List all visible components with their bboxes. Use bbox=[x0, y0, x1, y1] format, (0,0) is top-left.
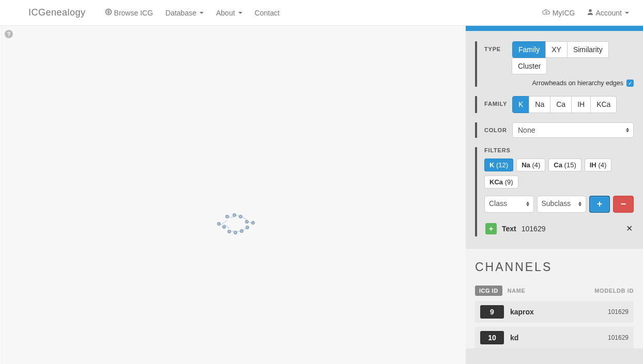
updown-caret-icon bbox=[578, 202, 581, 207]
channel-modeldb-id: 101629 bbox=[608, 308, 629, 315]
graph-canvas[interactable]: ? bbox=[2, 26, 466, 364]
type-label: TYPE bbox=[484, 41, 512, 52]
filter-chip-na[interactable]: Na (4) bbox=[516, 159, 545, 171]
family-control: FAMILY K Na Ca IH KCa bbox=[475, 96, 634, 113]
plus-icon: + bbox=[597, 199, 603, 210]
name-header: NAME bbox=[508, 288, 526, 294]
color-select[interactable]: None bbox=[512, 122, 634, 138]
filter-chip-k[interactable]: K (12) bbox=[484, 159, 513, 171]
svg-point-1 bbox=[589, 9, 592, 12]
accent-bar bbox=[475, 122, 477, 138]
nav-database-label: Database bbox=[165, 9, 196, 17]
channels-title: CHANNELS bbox=[475, 260, 634, 274]
modeldb-header: MODELDB ID bbox=[594, 288, 634, 294]
channel-name: kaprox bbox=[510, 308, 534, 316]
user-icon bbox=[587, 8, 593, 17]
family-option-kca[interactable]: KCa bbox=[590, 96, 617, 113]
nav-account[interactable]: Account bbox=[581, 0, 635, 26]
type-option-xy[interactable]: XY bbox=[545, 41, 568, 58]
channels-section: CHANNELS ICG ID NAME MODELDB ID 9 kaprox… bbox=[466, 249, 643, 349]
arrowheads-row: Arrowheads on hierarchy edges ✓ bbox=[512, 80, 634, 87]
class-select-value: Class bbox=[489, 199, 507, 208]
nav-contact-label: Contact bbox=[255, 9, 280, 17]
channel-row[interactable]: 10 kd 101629 bbox=[475, 327, 634, 349]
channels-header: ICG ID NAME MODELDB ID bbox=[475, 286, 634, 296]
remove-filter-button[interactable]: − bbox=[613, 196, 634, 213]
family-option-na[interactable]: Na bbox=[529, 96, 550, 113]
color-label: COLOR bbox=[484, 122, 512, 133]
nav-contact[interactable]: Contact bbox=[249, 0, 286, 26]
filter-chip-kca[interactable]: KCa (9) bbox=[484, 176, 518, 188]
type-control: TYPE Family XY Similarity Cluster Arrowh… bbox=[475, 41, 634, 87]
family-option-ca[interactable]: Ca bbox=[550, 96, 572, 113]
color-select-value: None bbox=[518, 126, 535, 134]
type-option-cluster[interactable]: Cluster bbox=[512, 58, 547, 74]
sidebar: TYPE Family XY Similarity Cluster Arrowh… bbox=[466, 26, 643, 364]
family-option-k[interactable]: K bbox=[512, 96, 529, 113]
nav-myicg-label: MyICG bbox=[553, 9, 575, 17]
brand[interactable]: ICGenealogy bbox=[28, 7, 86, 18]
arrowheads-label: Arrowheads on hierarchy edges bbox=[532, 80, 624, 87]
nav-browse-label: Browse ICG bbox=[114, 9, 153, 17]
filter-chip-ca[interactable]: Ca (15) bbox=[548, 159, 581, 171]
accent-bar bbox=[475, 41, 477, 87]
channel-modeldb-id: 101629 bbox=[608, 334, 629, 341]
main-area: ? bbox=[0, 26, 643, 364]
remove-text-filter-icon[interactable]: ✕ bbox=[626, 224, 633, 233]
filter-chip-ih[interactable]: IH (4) bbox=[585, 159, 612, 171]
sidebar-accent-bar bbox=[466, 26, 643, 31]
nav-about-label: About bbox=[216, 9, 235, 17]
filters-control: FILTERS K (12) Na (4) Ca (15) IH (4) KCa… bbox=[475, 147, 634, 236]
channel-id-badge: 9 bbox=[480, 305, 504, 319]
subclass-select-value: Subclass bbox=[542, 199, 571, 208]
class-select[interactable]: Class bbox=[484, 196, 534, 213]
type-option-family[interactable]: Family bbox=[512, 41, 546, 58]
type-option-similarity[interactable]: Similarity bbox=[567, 41, 609, 58]
family-label: FAMILY bbox=[484, 96, 512, 107]
caret-down-icon bbox=[238, 12, 242, 14]
nav-browse[interactable]: Browse ICG bbox=[99, 0, 159, 26]
type-button-group: Family XY Similarity Cluster bbox=[512, 41, 634, 74]
filter-chip-row: K (12) Na (4) Ca (15) IH (4) bbox=[484, 159, 634, 171]
nav-myicg[interactable]: MyICG bbox=[536, 0, 581, 26]
text-filter-label: Text bbox=[502, 225, 516, 233]
channel-name: kd bbox=[510, 334, 518, 342]
nav-about[interactable]: About bbox=[210, 0, 249, 26]
caret-down-icon bbox=[625, 12, 629, 14]
nav-left: Browse ICG Database About Contact bbox=[99, 0, 286, 26]
nav-right: MyICG Account bbox=[536, 0, 635, 26]
filter-selector-row: Class Subclass + − bbox=[484, 196, 634, 213]
channel-row[interactable]: 9 kaprox 101629 bbox=[475, 301, 634, 323]
globe-icon bbox=[105, 8, 112, 17]
channel-id-badge: 10 bbox=[480, 331, 504, 344]
filters-label: FILTERS bbox=[484, 147, 634, 153]
minus-icon: − bbox=[621, 199, 626, 210]
nav-database[interactable]: Database bbox=[159, 0, 210, 26]
add-filter-button[interactable]: + bbox=[589, 196, 610, 213]
graph-nodes bbox=[217, 212, 258, 235]
add-text-filter-icon[interactable]: + bbox=[485, 223, 497, 234]
help-icon[interactable]: ? bbox=[5, 30, 13, 38]
filter-chip-row-2: KCa (9) bbox=[484, 176, 634, 188]
updown-caret-icon bbox=[526, 202, 529, 207]
arrowheads-checkbox[interactable]: ✓ bbox=[626, 80, 634, 87]
updown-caret-icon bbox=[626, 128, 629, 132]
text-filter-value: 101629 bbox=[522, 225, 546, 233]
family-option-ih[interactable]: IH bbox=[571, 96, 591, 113]
family-button-group: K Na Ca IH KCa bbox=[512, 96, 634, 113]
navbar: ICGenealogy Browse ICG Database About Co… bbox=[0, 0, 643, 26]
subclass-select[interactable]: Subclass bbox=[537, 196, 587, 213]
icgid-header-badge: ICG ID bbox=[475, 286, 502, 296]
nav-account-label: Account bbox=[595, 9, 622, 17]
accent-bar bbox=[475, 96, 477, 113]
accent-bar bbox=[475, 147, 477, 236]
cloud-up-icon bbox=[542, 9, 550, 17]
color-control: COLOR None bbox=[475, 122, 634, 138]
text-filter-row: + Text 101629 ✕ bbox=[484, 221, 634, 236]
caret-down-icon bbox=[200, 12, 204, 14]
